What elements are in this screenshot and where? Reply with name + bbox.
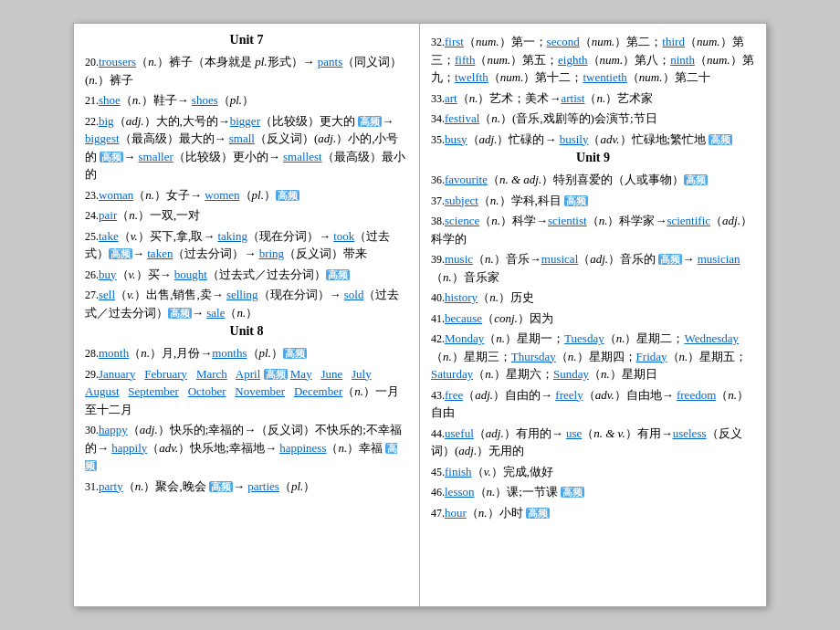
entry-number: 45. <box>431 466 445 478</box>
list-item: 27.sell（v.）出售,销售,卖→ selling（现在分词）→ sold（… <box>85 286 408 321</box>
list-item: 36.favourite（n. & adj.）特别喜爱的（人或事物）高频 <box>431 171 755 189</box>
entry-number: 36. <box>431 173 445 186</box>
unit7-entries: 20.trousers（n.）裤子（本身就是 pl.形式）→ pants（同义词… <box>85 53 408 321</box>
entry-number: 37. <box>431 194 445 207</box>
list-item: 45.finish（v.）完成,做好 <box>431 463 755 481</box>
entry-number: 33. <box>431 92 445 105</box>
list-item: 42.Monday（n.）星期一；Tuesday（n.）星期二；Wednesda… <box>431 330 755 383</box>
entry-number: 38. <box>431 215 445 227</box>
unit8-title: Unit 8 <box>85 324 408 339</box>
entry-number: 43. <box>431 389 445 402</box>
list-item: 40.history（n.）历史 <box>431 289 755 307</box>
entry-number: 21. <box>85 94 99 107</box>
unit9-title: Unit 9 <box>431 151 755 165</box>
left-column: Unit 7 20.trousers（n.）裤子（本身就是 pl.形式）→ pa… <box>74 24 420 606</box>
entry-number: 28. <box>85 347 99 360</box>
unit7-title: Unit 7 <box>85 33 408 47</box>
entry-number: 27. <box>85 289 99 301</box>
list-item: 20.trousers（n.）裤子（本身就是 pl.形式）→ pants（同义词… <box>85 53 408 89</box>
list-item: 32.first（num.）第一；second（num.）第二；third（nu… <box>431 33 755 87</box>
entry-number: 35. <box>431 133 445 146</box>
list-item: 26.buy（v.）买→ bought（过去式／过去分词）高频 <box>85 266 408 284</box>
list-item: 30.happy（adj.）快乐的;幸福的→（反义词）不快乐的;不幸福的→ ha… <box>85 421 408 475</box>
entry-number: 44. <box>431 427 445 440</box>
list-item: 47.hour（n.）小时 高频 <box>431 504 755 522</box>
right-column: 32.first（num.）第一；second（num.）第二；third（nu… <box>420 24 766 606</box>
unit8-entries: 28.month（n.）月,月份→months（pl.）高频29.January… <box>85 344 408 495</box>
list-item: 39.music（n.）音乐→musical（adj.）音乐的 高频→ musi… <box>431 250 755 286</box>
list-item: 29.January February March April 高频 May J… <box>85 365 408 419</box>
list-item: 25.take（v.）买下,拿,取→ taking（现在分词）→ took（过去… <box>85 227 408 263</box>
entry-number: 47. <box>431 507 445 520</box>
list-item: 34.festival（n.）(音乐,戏剧等的)会演节;节日 <box>431 110 755 128</box>
entry-number: 46. <box>431 486 445 499</box>
list-item: 35.busy（adj.）忙碌的→ busily（adv.）忙碌地;繁忙地 高频 <box>431 131 755 149</box>
page-container: Unit 7 20.trousers（n.）裤子（本身就是 pl.形式）→ pa… <box>73 23 767 607</box>
entry-number: 34. <box>431 112 445 125</box>
entry-number: 20. <box>85 56 99 68</box>
entry-number: 40. <box>431 291 445 304</box>
entry-number: 25. <box>85 230 99 243</box>
list-item: 37.subject（n.）学科,科目 高频 <box>431 192 755 210</box>
entry-number: 24. <box>85 209 99 222</box>
entry-number: 32. <box>431 36 445 48</box>
entry-number: 41. <box>431 312 445 325</box>
entry-number: 23. <box>85 189 99 202</box>
list-item: 31.party（n.）聚会,晚会 高频→ parties（pl.） <box>85 478 408 496</box>
entry-number: 26. <box>85 268 99 281</box>
list-item: 28.month（n.）月,月份→months（pl.）高频 <box>85 344 408 362</box>
list-item: 44.useful（adj.）有用的→ use（n. & v.）有用→usele… <box>431 425 755 460</box>
entry-number: 31. <box>85 480 99 493</box>
list-item: 43.free（adj.）自由的→ freely（adv.）自由地→ freed… <box>431 386 755 422</box>
entry-number: 29. <box>85 368 99 381</box>
unit9-entries: 36.favourite（n. & adj.）特别喜爱的（人或事物）高频37.s… <box>431 171 755 521</box>
list-item: 23.woman（n.）女子→ women（pl.）高频 <box>85 186 408 205</box>
entry-number: 42. <box>431 332 445 345</box>
entry-number: 39. <box>431 253 445 266</box>
list-item: 24.pair（n.）一双,一对 <box>85 206 408 225</box>
list-item: 33.art（n.）艺术；美术→artist（n.）艺术家 <box>431 89 755 108</box>
entry-number: 30. <box>85 424 99 436</box>
right-32plus-entries: 32.first（num.）第一；second（num.）第二；third（nu… <box>431 33 755 148</box>
list-item: 41.because（conj.）因为 <box>431 310 755 328</box>
list-item: 21.shoe（n.）鞋子→ shoes（pl.） <box>85 91 408 110</box>
list-item: 22.big（adj.）大的,大号的→bigger（比较级）更大的 高频→ bi… <box>85 112 408 184</box>
entry-number: 22. <box>85 115 99 128</box>
list-item: 38.science（n.）科学→scientist（n.）科学家→scient… <box>431 212 755 247</box>
list-item: 46.lesson（n.）课;一节课 高频 <box>431 483 755 501</box>
